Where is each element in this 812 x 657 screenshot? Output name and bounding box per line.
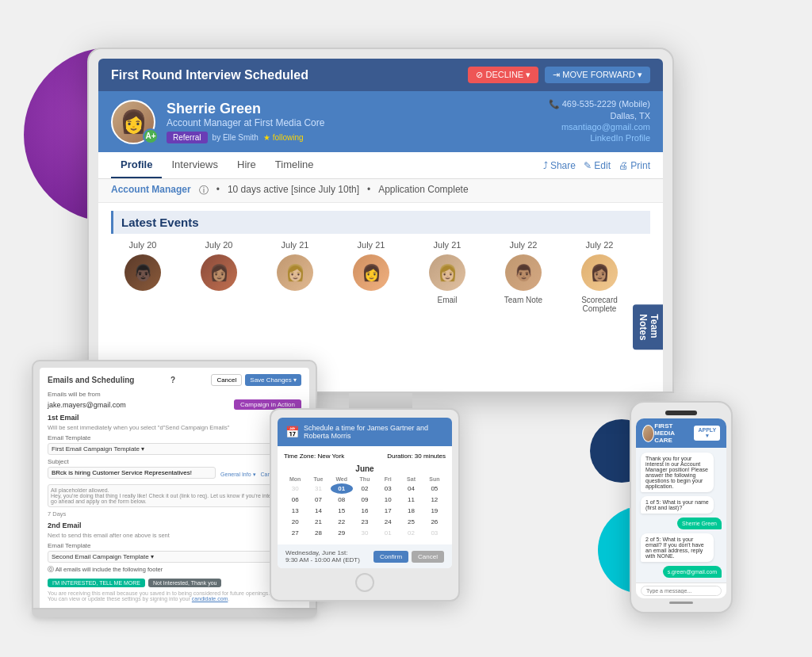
cal-cell[interactable]: 23 <box>354 517 376 527</box>
tab-timeline[interactable]: Timeline <box>266 152 324 178</box>
move-forward-button[interactable]: ⇥ MOVE FORWARD ▾ <box>545 67 650 83</box>
email-sched-actions: Cancel Save Changes ▾ <box>211 374 301 386</box>
cal-cell[interactable]: 05 <box>423 483 446 494</box>
cal-cell[interactable]: 02 <box>400 528 422 538</box>
tab-hire[interactable]: Hire <box>228 152 266 178</box>
cancel-calendar-button[interactable]: Cancel <box>412 551 444 563</box>
candidate-linkedin-link[interactable]: LinkedIn Profile <box>590 133 650 143</box>
cal-cell[interactable]: 20 <box>284 517 306 527</box>
cal-cell[interactable]: 27 <box>284 528 306 538</box>
cal-cell[interactable]: 30 <box>284 483 306 494</box>
cal-cell[interactable]: 24 <box>377 517 399 527</box>
email1-title: 1st Email <box>48 414 301 422</box>
disclaimer-link[interactable]: candidate.com <box>192 596 228 602</box>
events-timeline: July 20 👨🏿 July 20 👩🏽 July 21 👩🏼 <box>111 240 650 319</box>
share-action[interactable]: ⤴ Share <box>543 160 576 171</box>
tag-by: by Elle Smith <box>213 133 259 142</box>
save-changes-button[interactable]: Save Changes ▾ <box>245 374 301 386</box>
weekday-thu: Thu <box>354 476 376 482</box>
email1-template-select[interactable]: First Email Campaign Template ▾ <box>48 443 301 455</box>
cal-cell[interactable]: 07 <box>307 495 329 505</box>
email2-template-select[interactable]: Second Email Campaign Template ▾ <box>48 551 301 563</box>
cal-cell-today[interactable]: 01 <box>331 483 353 494</box>
cal-cell[interactable]: 04 <box>400 483 422 494</box>
apply-button[interactable]: APPLY ▾ <box>694 426 720 441</box>
cal-cell[interactable]: 03 <box>423 528 446 538</box>
email-body-textarea[interactable]: All placeholder allowed. Hey, you're doi… <box>48 484 301 507</box>
timezone-value[interactable]: New York <box>317 453 344 460</box>
cal-cell[interactable]: 29 <box>331 528 353 538</box>
not-interested-button[interactable]: Not Interested, Thank you <box>148 579 221 587</box>
chat-input-bar <box>636 583 726 598</box>
candidate-contact: 📞 469-535-2229 (Mobile) Dallas, TX msant… <box>549 99 650 144</box>
latest-events-title: Latest Events <box>111 211 650 234</box>
cal-cell[interactable]: 22 <box>331 517 353 527</box>
cal-cell[interactable]: 13 <box>284 506 306 516</box>
chat-message-2: 1 of 5: What is your name (first and las… <box>641 496 714 514</box>
cal-cell[interactable]: 16 <box>354 506 376 516</box>
from-label: Emails will be from <box>48 391 301 398</box>
cal-cell[interactable]: 10 <box>377 495 399 505</box>
tag-referral: Referral <box>167 132 208 143</box>
cal-footer-date: Wednesday, June 1st: 9:30 AM - 10:00 AM … <box>285 549 360 563</box>
event-avatar: 👩🏼 <box>429 254 465 291</box>
cal-cell[interactable]: 09 <box>354 495 376 505</box>
decline-button[interactable]: ⊘ DECLINE ▾ <box>468 67 538 83</box>
cal-cell[interactable]: 15 <box>331 506 353 516</box>
tab-interviews[interactable]: Interviews <box>162 152 228 178</box>
general-info-link[interactable]: General Info ▾ <box>220 472 255 478</box>
cal-cell[interactable]: 17 <box>377 506 399 516</box>
email2-template-label: Email Template <box>48 542 301 549</box>
print-action[interactable]: 🖨 Print <box>619 160 650 171</box>
weekday-wed: Wed <box>331 476 353 482</box>
edit-action[interactable]: ✎ Edit <box>584 160 611 171</box>
cal-cell[interactable]: 02 <box>354 483 376 494</box>
candidate-info: Sherrie Green Account Manager at First M… <box>167 101 538 143</box>
tablet-frame: 📅 Schedule a time for James Gartner and … <box>270 408 460 602</box>
cal-cell[interactable]: 06 <box>284 495 306 505</box>
cal-cell[interactable]: 01 <box>377 528 399 538</box>
cal-cell[interactable]: 31 <box>307 483 329 494</box>
latest-events: Latest Events July 20 👨🏿 July 20 👩🏽 <box>98 203 663 327</box>
subject-label: Subject <box>48 458 301 465</box>
cal-cell[interactable]: 28 <box>307 528 329 538</box>
chat-input[interactable] <box>641 586 722 596</box>
interested-button[interactable]: I'M INTERESTED, TELL ME MORE <box>48 579 145 587</box>
event-date: July 21 <box>434 240 462 250</box>
cal-header: 📅 Schedule a time for James Gartner and … <box>278 418 452 446</box>
status-complete: Application Complete <box>378 184 468 197</box>
footer-buttons: I'M INTERESTED, TELL ME MORE Not Interes… <box>48 579 301 587</box>
tab-profile[interactable]: Profile <box>111 152 162 178</box>
event-date: July 21 <box>358 240 385 250</box>
cal-cell[interactable]: 30 <box>354 528 376 538</box>
cal-cell[interactable]: 19 <box>423 506 446 516</box>
cal-cell[interactable]: 26 <box>423 517 446 527</box>
chat-avatar <box>642 425 654 442</box>
weekday-sun: Sun <box>423 476 446 482</box>
weekday-mon: Mon <box>284 476 306 482</box>
cal-cell[interactable]: 12 <box>423 495 446 505</box>
cancel-button[interactable]: Cancel <box>211 374 242 386</box>
team-notes-tab[interactable]: Team Notes <box>633 304 663 350</box>
cal-cell[interactable]: 18 <box>400 506 422 516</box>
email-sched-header: Emails and Scheduling ? Cancel Save Chan… <box>48 374 301 386</box>
calendar-weekdays: Mon Tue Wed Thu Fri Sat Sun <box>284 476 446 482</box>
tablet-home-button[interactable] <box>355 573 374 592</box>
event-label-scorecard: ScorecardComplete <box>581 296 618 313</box>
cal-cell[interactable]: 11 <box>400 495 422 505</box>
cal-cell[interactable]: 08 <box>331 495 353 505</box>
avatar-container: 👩 A+ <box>111 100 155 144</box>
cal-cell[interactable]: 14 <box>307 506 329 516</box>
cal-footer-actions: Confirm Cancel <box>373 551 444 563</box>
candidate-tags: Referral by Elle Smith ★ following <box>167 132 538 143</box>
subject-input[interactable] <box>48 467 216 479</box>
cal-cell[interactable]: 21 <box>307 517 329 527</box>
tag-following: ★ following <box>263 133 304 142</box>
event-item: July 21 👩 <box>339 240 403 313</box>
candidate-email-link[interactable]: msantiago@gmail.com <box>561 122 650 132</box>
candidate-phone: 📞 469-535-2229 (Mobile) <box>549 99 650 109</box>
confirm-button[interactable]: Confirm <box>373 551 408 563</box>
app-header: First Round Interview Scheduled ⊘ DECLIN… <box>98 59 663 91</box>
cal-cell[interactable]: 03 <box>377 483 399 494</box>
cal-cell[interactable]: 25 <box>400 517 422 527</box>
